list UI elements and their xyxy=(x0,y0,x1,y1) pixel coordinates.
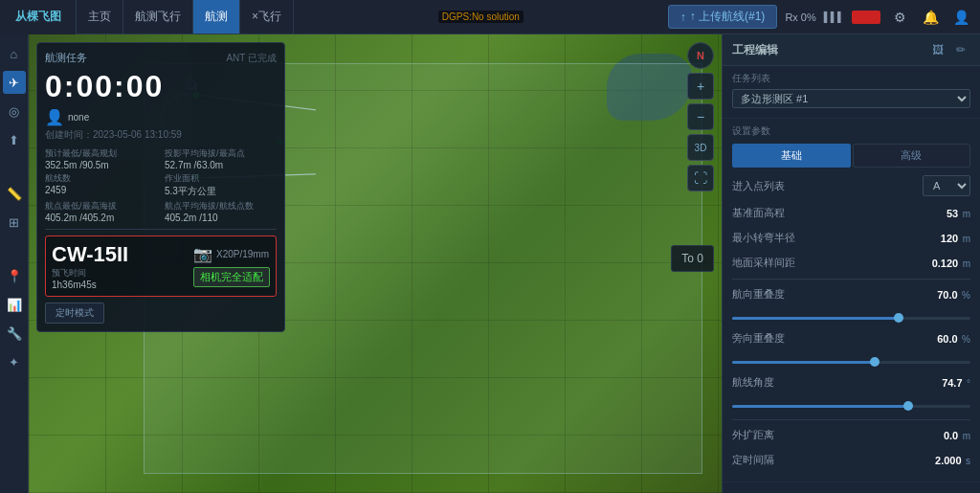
expansion-value: 0.0 xyxy=(944,430,958,441)
upload-route-button[interactable]: ↑ ↑ 上传航线(#1) xyxy=(668,5,778,29)
camera-info: 📷 X20P/19mm 相机完全适配 xyxy=(193,245,270,287)
settings-button[interactable]: ⚙ xyxy=(888,6,911,29)
rx-label: Rx xyxy=(785,11,797,23)
tab-advanced[interactable]: 高级 xyxy=(853,144,971,168)
route-angle-unit: ° xyxy=(967,378,970,389)
route-angle-value-row: 74.7 ° xyxy=(942,373,970,391)
param-label-2: 航线数 xyxy=(45,172,157,185)
bell-button[interactable]: 🔔 xyxy=(919,6,942,29)
param-label-3: 作业面积 xyxy=(165,172,277,185)
task-dropdown[interactable]: 多边形测区 #1 xyxy=(732,89,970,108)
settings-section-title: 设置参数 xyxy=(732,124,970,138)
signal-area: ▌▌▌ xyxy=(824,11,844,22)
sidebar-item-location[interactable]: 📍 xyxy=(3,264,26,287)
heading-overlap-slider[interactable] xyxy=(732,310,970,325)
base-elevation-unit: m xyxy=(963,209,970,219)
zoom-in-button[interactable]: + xyxy=(687,73,714,100)
param-base-elevation: 基准面高程 53 m xyxy=(732,204,970,221)
side-overlap-thumb[interactable] xyxy=(870,357,880,367)
sidebar-item-waypoint[interactable]: ◎ xyxy=(3,100,26,123)
nav-home[interactable]: 主页 xyxy=(77,0,123,34)
side-overlap-slider[interactable] xyxy=(732,354,970,370)
sidebar-item-import[interactable]: ⬆ xyxy=(3,128,26,151)
sidebar-item-star[interactable]: ✦ xyxy=(3,350,26,373)
side-overlap-value: 60.0 xyxy=(937,333,957,345)
param-value-4: 405.2m /405.2m xyxy=(45,213,157,223)
zoom-out-button[interactable]: − xyxy=(687,103,714,130)
map-mode-button[interactable]: 3D xyxy=(687,134,714,161)
param-gsd: 地面采样间距 0.120 m xyxy=(732,254,970,271)
sidebar-item-home[interactable]: ⌂ xyxy=(3,42,26,65)
heading-overlap-label: 航向重叠度 xyxy=(732,287,785,302)
param-side-overlap-section: 旁向重叠度 60.0 % xyxy=(732,329,970,370)
param-value-3: 5.3平方公里 xyxy=(165,185,277,198)
compass[interactable]: N xyxy=(687,42,714,69)
route-angle-value: 74.7 xyxy=(942,377,962,389)
param-timer-interval: 定时间隔 2.000 s xyxy=(732,451,970,468)
side-overlap-track xyxy=(732,361,970,364)
gps-status: DGPS:No solution xyxy=(438,11,523,23)
route-angle-slider[interactable] xyxy=(732,398,970,414)
fullscreen-button[interactable]: ⛶ xyxy=(687,165,714,191)
nav-survey[interactable]: 航测 xyxy=(193,0,240,34)
info-panel-title: 航测任务 xyxy=(45,51,87,65)
map-area[interactable]: 1 14 30 46 62 71 78 84 90 94 98 102 101 … xyxy=(29,34,722,493)
param-label-4: 航点最低/最高海拔 xyxy=(45,200,157,213)
heading-overlap-unit: % xyxy=(962,290,970,301)
flight-timer: 0:00:00 xyxy=(45,69,277,104)
topbar-right: Rx 0% ▌▌▌ ⚙ 🔔 👤 xyxy=(785,6,980,29)
entry-point-select[interactable]: A B xyxy=(923,175,970,196)
param-turn-radius: 最小转弯半径 120 m xyxy=(732,229,970,246)
flight-params-grid: 预计最低/最高规划 352.5m /90.5m 投影平均海拔/最高点 52.7m… xyxy=(45,147,277,223)
to0-panel: To 0 xyxy=(671,245,714,272)
pilot-name: none xyxy=(68,112,89,123)
turn-radius-value-row: 120 m xyxy=(941,229,970,246)
right-panel: 工程编辑 🖼 ✏ 任务列表 多边形测区 #1 设置参数 基础 高级 进入点列表 … xyxy=(722,34,980,493)
timer-interval-value-row: 2.000 s xyxy=(935,451,970,468)
timer-interval-value: 2.000 xyxy=(935,455,962,466)
heading-overlap-value: 70.0 xyxy=(937,289,957,301)
upload-label: ↑ 上传航线(#1) xyxy=(690,9,766,25)
sidebar-item-layers[interactable]: ⊞ xyxy=(3,211,26,234)
divider-3 xyxy=(732,419,970,420)
nav-survey-fly[interactable]: 航测飞行 xyxy=(123,0,193,34)
sidebar-item-measure[interactable]: 📏 xyxy=(3,182,26,205)
right-panel-header: 工程编辑 🖼 ✏ xyxy=(723,34,980,66)
param-route-angle: 航线角度 74.7 ° xyxy=(732,373,970,391)
side-overlap-label: 旁向重叠度 xyxy=(732,331,785,346)
param-entry-point: 进入点列表 A B xyxy=(732,175,970,196)
edit-icon-button[interactable]: ✏ xyxy=(951,40,970,59)
camera-icon: 📷 xyxy=(193,245,212,263)
sidebar-item-tools[interactable]: 🔧 xyxy=(3,322,26,345)
creation-date: 创建时间：2023-05-06 13:10:59 xyxy=(45,128,277,142)
info-panel: 航测任务 ANT 已完成 0:00:00 👤 none 创建时间：2023-05… xyxy=(36,42,285,332)
param-label-1: 投影平均海拔/最高点 xyxy=(165,147,277,160)
param-side-overlap: 旁向重叠度 60.0 % xyxy=(732,329,970,347)
person-icon: 👤 xyxy=(45,108,64,126)
tab-basic[interactable]: 基础 xyxy=(732,144,851,168)
timing-mode-button[interactable]: 定时模式 xyxy=(45,303,104,324)
task-list-section: 任务列表 多边形测区 #1 xyxy=(723,66,980,119)
param-label-5: 航点平均海拔/航线点数 xyxy=(165,200,277,213)
route-angle-thumb[interactable] xyxy=(903,401,913,411)
sidebar-item-route[interactable]: ✈ xyxy=(3,71,26,94)
sidebar-item-chart[interactable]: 📊 xyxy=(3,293,26,316)
param-label-0: 预计最低/最高规划 xyxy=(45,147,157,160)
user-button[interactable]: 👤 xyxy=(949,6,972,29)
base-elevation-value-row: 53 m xyxy=(947,204,970,221)
image-icon-button[interactable]: 🖼 xyxy=(928,40,947,59)
turn-radius-label: 最小转弯半径 xyxy=(732,231,795,245)
expansion-value-row: 0.0 m xyxy=(944,426,970,443)
camera-label: X20P/19mm xyxy=(216,249,269,259)
nav-fly[interactable]: ×飞行 xyxy=(240,0,294,34)
topbar-center: DGPS:No solution xyxy=(294,11,668,23)
camera-match-badge: 相机完全适配 xyxy=(193,267,270,287)
param-heading-overlap: 航向重叠度 70.0 % xyxy=(732,285,970,303)
gsd-value-row: 0.120 m xyxy=(932,254,970,271)
gsd-label: 地面采样间距 xyxy=(732,256,795,270)
aircraft-panel: CW-15II 预飞时间 1h36m45s 📷 X20P/19mm 相机完全适配 xyxy=(45,235,277,297)
aircraft-model: CW-15II xyxy=(52,242,186,267)
heading-overlap-thumb[interactable] xyxy=(894,313,903,323)
param-heading-overlap-section: 航向重叠度 70.0 % xyxy=(732,285,970,325)
side-overlap-unit: % xyxy=(962,334,970,345)
